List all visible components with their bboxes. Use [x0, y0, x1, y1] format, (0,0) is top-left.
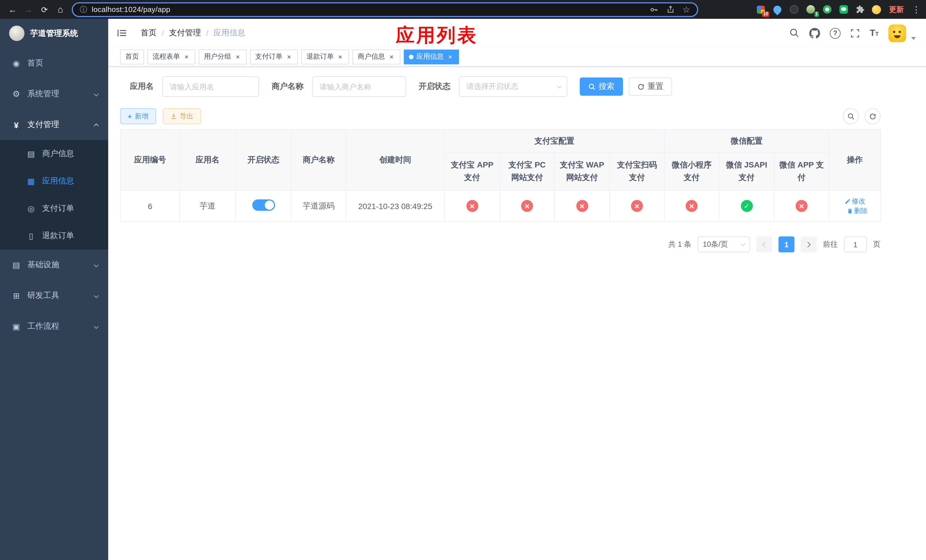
- sidebar-item-home[interactable]: 首页: [0, 48, 108, 79]
- status-toggle[interactable]: [252, 200, 275, 211]
- fullscreen-icon[interactable]: [850, 28, 860, 38]
- tab-merchant-info[interactable]: 商户信息: [353, 49, 400, 64]
- chevron-down-icon: [94, 92, 99, 97]
- password-key-icon[interactable]: [649, 5, 658, 14]
- navbar-actions: [789, 24, 916, 42]
- avatar-caret-icon[interactable]: [911, 37, 916, 39]
- sidebar-item-app-info[interactable]: 应用信息: [0, 168, 108, 195]
- page-size-value: 10条/页: [703, 239, 728, 250]
- search-button[interactable]: 搜索: [580, 77, 623, 96]
- page-content: 应用名 商户名称 开启状态 请选择开启状态 搜: [108, 67, 926, 252]
- breadcrumb-home[interactable]: 首页: [141, 28, 157, 38]
- font-size-icon[interactable]: [870, 28, 879, 38]
- profile-extension-icon[interactable]: 1: [805, 4, 816, 15]
- url-text[interactable]: localhost:1024/pay/app: [92, 5, 170, 14]
- cell-status: [236, 191, 291, 221]
- tab-user-group[interactable]: 用户分组: [199, 49, 247, 64]
- extension-badge: 10: [762, 11, 769, 17]
- goto-page-input[interactable]: [844, 236, 867, 252]
- refresh-button[interactable]: [864, 108, 881, 124]
- status-select[interactable]: 请选择开启状态: [459, 76, 567, 97]
- tab-pay-order[interactable]: 支付订单: [250, 49, 298, 64]
- sidebar-item-dev-tools[interactable]: 研发工具: [0, 280, 108, 311]
- sidebar-item-label: 系统管理: [27, 89, 59, 99]
- sidebar-logo[interactable]: 芋道管理系统: [0, 19, 108, 48]
- sidebar-item-infrastructure[interactable]: 基础设施: [0, 250, 108, 280]
- sidebar-item-merchant-info[interactable]: 商户信息: [0, 140, 108, 168]
- tab-refund-order[interactable]: 退款订单: [301, 49, 349, 64]
- goto-unit-label: 页: [873, 239, 881, 250]
- app-name-input[interactable]: [162, 76, 259, 97]
- chevron-down-icon: [557, 84, 562, 89]
- help-icon[interactable]: [830, 28, 841, 38]
- tab-close-icon[interactable]: [183, 53, 190, 61]
- bookmark-star-icon[interactable]: [682, 4, 690, 15]
- sidebar-item-pay-order[interactable]: 支付订单: [0, 195, 108, 222]
- sidebar-item-label: 商户信息: [42, 149, 74, 159]
- tab-close-icon[interactable]: [388, 53, 395, 61]
- page-number-1[interactable]: 1: [779, 236, 794, 252]
- browser-back-icon[interactable]: [5, 2, 21, 17]
- hamburger-icon[interactable]: [117, 28, 127, 38]
- grid-icon: [26, 177, 36, 186]
- address-bar[interactable]: localhost:1024/pay/app: [72, 2, 698, 17]
- browser-update-button[interactable]: 更新: [888, 4, 905, 15]
- page-size-select[interactable]: 10条/页: [698, 236, 750, 252]
- wechat-devtools-icon[interactable]: [838, 4, 849, 15]
- reset-button-label: 重置: [648, 82, 663, 92]
- site-info-icon[interactable]: [80, 4, 87, 15]
- filter-form: 应用名 商户名称 开启状态 请选择开启状态 搜: [120, 76, 926, 97]
- browser-profile-avatar[interactable]: [872, 4, 882, 15]
- tab-label: 商户信息: [358, 52, 385, 62]
- cell-app-name: 芋道: [180, 191, 236, 221]
- yen-icon: [11, 120, 21, 130]
- tab-app-info[interactable]: 应用信息: [404, 49, 459, 64]
- sidebar-item-workflow[interactable]: 工作流程: [0, 311, 108, 342]
- browser-forward-icon[interactable]: [21, 2, 36, 17]
- tab-label: 支付订单: [255, 52, 283, 62]
- table-row: 6 芋道 芋道源码 2021-10-23 08:49:25: [121, 191, 881, 221]
- sidebar-item-payment[interactable]: 支付管理: [0, 109, 108, 140]
- sidebar-item-refund-order[interactable]: 退款订单: [0, 222, 108, 250]
- share-icon[interactable]: [666, 5, 675, 14]
- browser-menu-icon[interactable]: [911, 4, 921, 15]
- add-button[interactable]: 新增: [120, 108, 156, 124]
- browser-reload-icon[interactable]: [36, 2, 52, 17]
- monitor-icon: [11, 260, 21, 269]
- extension-green-circle-icon[interactable]: [822, 4, 832, 15]
- tab-home[interactable]: 首页: [120, 49, 144, 64]
- extension-drop-icon[interactable]: [772, 4, 782, 15]
- browser-toolbar: localhost:1024/pay/app 10: [0, 0, 926, 19]
- reset-button[interactable]: 重置: [629, 77, 672, 96]
- tab-close-icon[interactable]: [285, 53, 293, 61]
- chevron-down-icon: [94, 324, 99, 329]
- github-icon[interactable]: [809, 28, 820, 38]
- tab-close-icon[interactable]: [234, 53, 242, 61]
- prev-page-button[interactable]: [756, 236, 772, 252]
- add-button-label: 新增: [135, 111, 148, 121]
- tab-flow-form[interactable]: 流程表单: [147, 49, 195, 64]
- tab-close-icon[interactable]: [337, 53, 344, 61]
- extension-dark-icon[interactable]: [789, 4, 799, 15]
- tab-label: 应用信息: [416, 52, 443, 62]
- user-avatar[interactable]: [888, 24, 906, 42]
- logo-avatar: [9, 26, 24, 41]
- chevron-down-icon: [94, 263, 99, 268]
- hide-search-button[interactable]: [843, 108, 859, 124]
- search-icon[interactable]: [789, 28, 800, 38]
- browser-home-icon[interactable]: [52, 2, 68, 17]
- delete-link[interactable]: 删除: [847, 206, 868, 216]
- tab-close-icon[interactable]: [446, 53, 454, 61]
- edit-link[interactable]: 修改: [844, 196, 865, 206]
- breadcrumb-payment[interactable]: 支付管理: [169, 28, 201, 38]
- col-create-time: 创建时间: [346, 130, 445, 191]
- col-wx-mini: 微信小程序支付: [664, 152, 719, 191]
- export-button[interactable]: 导出: [163, 108, 201, 124]
- extension-grid-icon[interactable]: 10: [756, 4, 766, 15]
- merchant-name-input[interactable]: [312, 76, 406, 97]
- extensions-puzzle-icon[interactable]: [855, 4, 865, 15]
- next-page-button[interactable]: [801, 236, 817, 252]
- status-label: 开启状态: [419, 82, 451, 92]
- sidebar-item-system[interactable]: 系统管理: [0, 79, 108, 109]
- col-alipay-app: 支付宝 APP 支付: [445, 152, 500, 191]
